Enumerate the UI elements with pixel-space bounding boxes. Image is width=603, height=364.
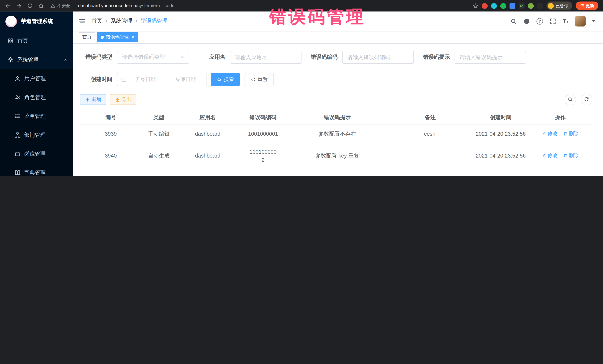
book-icon	[15, 170, 20, 176]
forward-icon[interactable]	[16, 3, 22, 9]
hamburger-icon[interactable]	[79, 18, 86, 24]
briefcase-icon	[15, 151, 20, 157]
extension-switch-icon[interactable]: on	[519, 3, 524, 9]
url-path: /system/error-code	[136, 3, 174, 9]
profile-avatar-icon	[548, 3, 554, 9]
sidebar-item-menu-management[interactable]: 菜单管理	[0, 107, 73, 126]
search-icon	[217, 77, 222, 82]
cell-remark: ceshi	[388, 125, 473, 143]
calendar-icon	[121, 77, 127, 82]
sidebar-logo[interactable]: 芋道管理系统	[0, 11, 73, 32]
refresh-table-button[interactable]	[581, 94, 592, 105]
cell-msg: 不能删除类型为系统内置的参数配置	[287, 169, 388, 176]
search-button[interactable]: 搜索	[211, 73, 240, 86]
cell-type: 自动生成	[141, 169, 176, 176]
url-domain: dashboard.yudao.iocoder.cn	[78, 3, 136, 9]
breadcrumb-system[interactable]: 系统管理	[111, 18, 132, 24]
chevron-up-icon	[63, 58, 68, 62]
back-icon[interactable]	[5, 3, 11, 9]
extension-leaf-icon[interactable]	[528, 3, 534, 9]
delete-link[interactable]: 删除	[563, 151, 579, 160]
table-header-row: 编号 类型 应用名 错误码编码 错误码提示 备注 创建时间 操作	[80, 111, 592, 125]
users-icon	[15, 95, 20, 100]
search-icon[interactable]	[510, 18, 517, 24]
extension-tampermonkey-icon[interactable]	[537, 3, 543, 9]
breadcrumb-separator: /	[106, 18, 107, 24]
profile-paused-chip[interactable]: 已暂停	[546, 1, 572, 10]
extension-green-check-icon[interactable]	[500, 3, 506, 9]
sidebar-item-dict-management[interactable]: 字典管理	[0, 163, 73, 176]
date-range-picker[interactable]: 开始日期 - 结束日期	[117, 73, 207, 86]
reload-icon[interactable]	[27, 3, 33, 9]
error-code-label: 错误码编码	[311, 54, 338, 61]
trash-icon	[563, 131, 568, 136]
filter-row-2: 创建时间 开始日期 - 结束日期 搜索 重置	[80, 73, 592, 86]
help-icon[interactable]: ?	[537, 18, 543, 24]
sidebar-item-post-management[interactable]: 岗位管理	[0, 144, 73, 163]
paused-label: 已暂停	[556, 3, 568, 9]
error-msg-input[interactable]	[454, 51, 526, 64]
sidebar-item-system-management[interactable]: 系统管理	[0, 50, 73, 69]
breadcrumb-home[interactable]: 首页	[92, 18, 102, 24]
caret-down-icon[interactable]	[592, 20, 595, 23]
top-navbar: 首页 / 系统管理 / 错误码管理 ? TT	[73, 11, 603, 31]
header-time: 创建时间	[473, 111, 528, 125]
cell-id: 3939	[80, 125, 141, 143]
browser-right-cluster: on 已暂停 更新	[473, 1, 598, 10]
browser-toolbar: 不安全 dashboard.yudao.iocoder.cn/system/er…	[0, 0, 603, 11]
delete-link[interactable]: 删除	[563, 129, 579, 138]
export-button[interactable]: 导出	[110, 94, 136, 105]
fullscreen-icon[interactable]	[550, 18, 556, 24]
cell-type: 手动编辑	[141, 125, 176, 143]
sidebar-item-user-management[interactable]: 用户管理	[0, 69, 73, 88]
browser-update-button[interactable]: 更新	[576, 1, 598, 10]
sidebar-item-home[interactable]: 首页	[0, 32, 73, 50]
cell-time: 2021-04-20 23:52:56	[473, 125, 528, 143]
cell-code: 100100000 2	[239, 143, 287, 169]
header-ops: 操作	[528, 111, 592, 125]
toggle-search-button[interactable]	[565, 94, 576, 105]
sidebar-item-role-management[interactable]: 角色管理	[0, 88, 73, 107]
address-bar[interactable]: dashboard.yudao.iocoder.cn/system/error-…	[78, 3, 174, 9]
reset-button[interactable]: 重置	[244, 73, 274, 86]
cell-msg: 参数配置 key 重复	[287, 143, 388, 169]
cell-code: 100100000 3	[239, 169, 287, 176]
security-indicator[interactable]: 不安全	[50, 3, 70, 9]
error-code-input[interactable]	[342, 51, 414, 64]
home-icon[interactable]	[38, 3, 44, 9]
edit-link[interactable]: 修改	[542, 129, 558, 138]
cell-remark	[388, 169, 473, 176]
close-icon[interactable]: ×	[132, 34, 134, 40]
edit-link[interactable]: 修改	[542, 151, 558, 160]
app-name-input[interactable]	[230, 51, 302, 64]
tab-home[interactable]: 首页	[79, 32, 95, 42]
chevron-down-icon	[180, 55, 185, 59]
tab-error-code-management[interactable]: 错误码管理 ×	[97, 32, 138, 42]
main-area: 首页 / 系统管理 / 错误码管理 ? TT	[73, 11, 603, 176]
extension-teal-icon[interactable]	[491, 3, 497, 9]
sidebar-menu: 首页 系统管理 用户管理 角色管理 菜单管理	[0, 32, 73, 176]
cell-remark	[388, 143, 473, 169]
header-msg: 错误码提示	[287, 111, 388, 125]
error-type-select[interactable]: 请选择错误码类型	[117, 51, 189, 64]
header-type: 类型	[141, 111, 176, 125]
dashboard-icon	[8, 38, 13, 44]
github-icon[interactable]	[524, 18, 530, 24]
app-name-label: 应用名	[198, 54, 225, 61]
table-row: 3941 自动生成 dashboard 100100000 3 不能删除类型为系…	[80, 169, 592, 176]
app-frame: 芋道管理系统 首页 系统管理 用户管理 角色管理	[0, 11, 603, 176]
app-title: 芋道管理系统	[21, 18, 53, 25]
add-button[interactable]: 新增	[80, 94, 106, 105]
trash-icon	[563, 153, 568, 158]
start-date-placeholder: 开始日期	[129, 76, 162, 83]
sidebar-item-department-management[interactable]: 部门管理	[0, 126, 73, 144]
tags-view-bar: 首页 错误码管理 ×	[73, 31, 603, 44]
bookmark-star-icon[interactable]	[473, 3, 478, 9]
page-content: 错误码类型 请选择错误码类型 应用名 错误码编码 错误码提示 创建时间	[73, 44, 603, 176]
cell-ops: 修改 删除	[528, 125, 592, 143]
font-size-icon[interactable]: TT	[563, 18, 568, 24]
avatar[interactable]	[575, 16, 586, 26]
error-msg-label: 错误码提示	[423, 54, 450, 61]
extension-record-icon[interactable]	[482, 3, 487, 9]
extension-stats-icon[interactable]	[510, 3, 515, 9]
